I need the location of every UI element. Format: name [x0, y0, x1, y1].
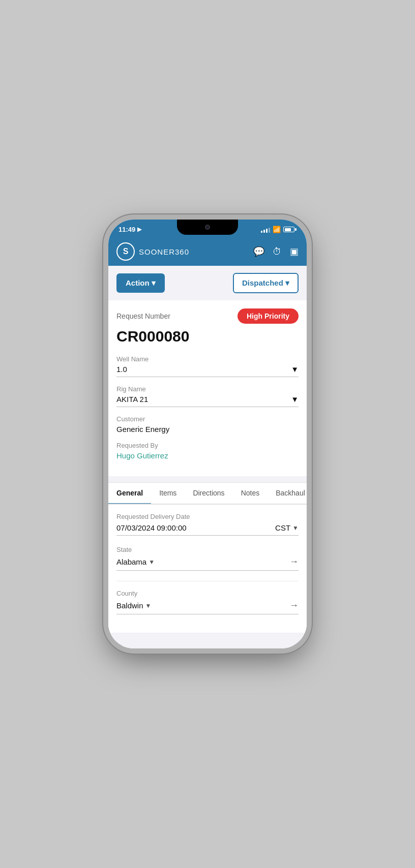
action-bar: Action ▾ Dispatched ▾: [108, 266, 307, 300]
well-name-label: Well Name: [116, 355, 299, 363]
delivery-date-field: Requested Delivery Date 07/03/2024 09:00…: [116, 513, 299, 536]
logo-circle: S: [116, 242, 135, 261]
well-name-value: 1.0: [116, 365, 127, 374]
tab-backhaul[interactable]: Backhaul: [268, 483, 307, 505]
logo-suffix: 360: [175, 247, 189, 256]
app-logo: S SOONER360: [116, 242, 189, 261]
battery: [283, 227, 297, 232]
county-arrow-button[interactable]: →: [289, 600, 299, 611]
main-content: Action ▾ Dispatched ▾ Request Number Hig…: [108, 266, 307, 648]
tab-directions[interactable]: Directions: [185, 483, 232, 505]
priority-badge: High Priority: [238, 308, 299, 324]
signal-bar-1: [261, 231, 262, 233]
state-value: Alabama: [116, 557, 146, 566]
requested-by-value[interactable]: Hugo Gutierrez: [116, 451, 299, 460]
delivery-date-row: 07/03/2024 09:00:00 CST ▼: [116, 523, 299, 536]
tab-general[interactable]: General: [108, 483, 151, 505]
layout-icon[interactable]: ▣: [290, 246, 299, 257]
notch: [177, 220, 238, 235]
county-row: Baldwin ▼ →: [116, 600, 299, 614]
signal-bars: [261, 227, 270, 233]
rig-name-field: Rig Name AKITA 21 ▼: [116, 385, 299, 407]
customer-label: Customer: [116, 415, 299, 423]
request-number-label: Request Number: [116, 312, 170, 320]
well-name-field: Well Name 1.0 ▼: [116, 355, 299, 377]
battery-fill: [285, 228, 291, 231]
delivery-date-value: 07/03/2024 09:00:00: [116, 523, 270, 532]
signal-bar-2: [263, 230, 265, 233]
action-button[interactable]: Action ▾: [116, 273, 165, 293]
state-select[interactable]: Alabama ▼: [116, 557, 289, 566]
state-label: State: [116, 546, 299, 553]
time-display: 11:49: [118, 226, 135, 233]
timezone-select[interactable]: CST ▼: [275, 523, 299, 532]
signal-bar-4: [269, 228, 270, 233]
camera-dot: [205, 225, 210, 230]
main-card: Request Number High Priority CR000080 We…: [108, 300, 307, 476]
customer-value: Generic Energy: [116, 425, 299, 433]
tab-content-general: Requested Delivery Date 07/03/2024 09:00…: [108, 505, 307, 633]
dispatched-button[interactable]: Dispatched ▾: [233, 273, 299, 293]
requested-by-field: Requested By Hugo Gutierrez: [116, 442, 299, 460]
location-icon: ▶: [137, 226, 141, 233]
logo-text: SOONER360: [139, 247, 189, 256]
clock-icon[interactable]: ⏱: [273, 246, 282, 257]
chat-icon[interactable]: 💬: [253, 246, 264, 257]
state-arrow-button[interactable]: →: [289, 556, 299, 567]
county-field: County Baldwin ▼ →: [116, 590, 299, 614]
app-header: S SOONER360 💬 ⏱ ▣: [108, 237, 307, 266]
county-select[interactable]: Baldwin ▼: [116, 601, 289, 610]
request-row: Request Number High Priority: [116, 308, 299, 324]
state-row: Alabama ▼ →: [116, 556, 299, 571]
logo-letter: S: [123, 247, 129, 256]
county-label: County: [116, 590, 299, 597]
divider: [116, 581, 299, 581]
dispatched-button-label: Dispatched ▾: [242, 278, 289, 288]
tab-notes[interactable]: Notes: [233, 483, 268, 505]
signal-bar-3: [266, 229, 268, 233]
header-icons: 💬 ⏱ ▣: [253, 246, 299, 257]
wifi-icon: 📶: [273, 226, 281, 233]
rig-name-select[interactable]: AKITA 21 ▼: [116, 395, 299, 407]
logo-name: SOONER: [139, 247, 175, 256]
rig-name-chevron: ▼: [291, 395, 299, 404]
action-button-label: Action ▾: [126, 278, 156, 288]
county-value: Baldwin: [116, 601, 143, 610]
request-number: CR000080: [116, 328, 299, 345]
timezone-value: CST: [275, 523, 290, 532]
rig-name-value: AKITA 21: [116, 395, 148, 404]
customer-field: Customer Generic Energy: [116, 415, 299, 433]
phone-frame: 11:49 ▶ 📶 S S: [108, 220, 307, 648]
county-chevron: ▼: [145, 602, 152, 609]
requested-by-label: Requested By: [116, 442, 299, 449]
tabs-container: General Items Directions Notes Backhaul: [108, 482, 307, 633]
timezone-chevron: ▼: [292, 524, 299, 532]
tab-items[interactable]: Items: [151, 483, 185, 505]
state-chevron: ▼: [149, 559, 155, 566]
well-name-select[interactable]: 1.0 ▼: [116, 365, 299, 377]
tabs-row: General Items Directions Notes Backhaul: [108, 483, 307, 505]
status-time: 11:49 ▶: [118, 226, 141, 233]
state-field: State Alabama ▼ →: [116, 546, 299, 571]
well-name-chevron: ▼: [291, 365, 299, 374]
battery-body: [283, 227, 294, 232]
status-icons: 📶: [261, 226, 297, 233]
battery-tip: [295, 228, 297, 231]
rig-name-label: Rig Name: [116, 385, 299, 393]
delivery-date-label: Requested Delivery Date: [116, 513, 299, 520]
